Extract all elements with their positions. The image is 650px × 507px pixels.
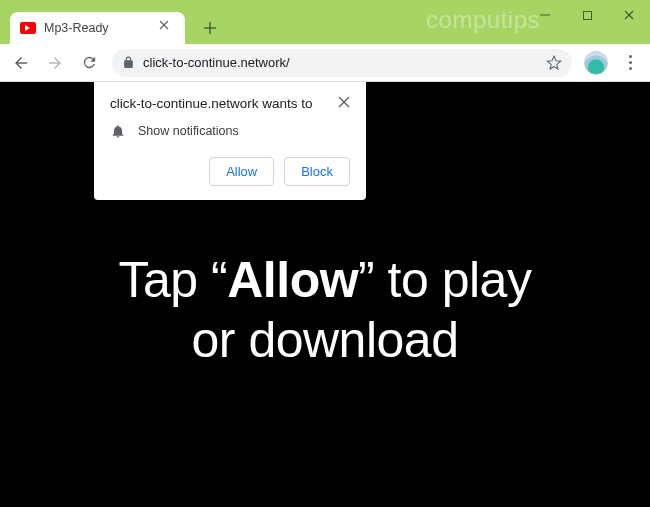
- profile-avatar[interactable]: [584, 51, 608, 75]
- maximize-button[interactable]: [566, 0, 608, 30]
- tab-title: Mp3-Ready: [44, 21, 109, 35]
- headline-emphasis: Allow: [227, 252, 358, 308]
- page-content: click-to-continue.network wants to Show …: [0, 82, 650, 507]
- window-controls: [524, 0, 650, 30]
- page-headline: Tap “Allow” to play or download: [119, 250, 532, 370]
- block-button[interactable]: Block: [284, 157, 350, 186]
- minimize-button[interactable]: [524, 0, 566, 30]
- browser-window: computips Mp3-Ready: [0, 0, 650, 507]
- bookmark-star-icon[interactable]: [546, 55, 562, 71]
- permission-prompt: click-to-continue.network wants to Show …: [94, 82, 366, 200]
- close-window-button[interactable]: [608, 0, 650, 30]
- address-bar[interactable]: click-to-continue.network/: [112, 49, 572, 77]
- tab-close-button[interactable]: [159, 20, 175, 36]
- permission-capability-text: Show notifications: [138, 124, 239, 138]
- allow-button[interactable]: Allow: [209, 157, 274, 186]
- tab-strip: Mp3-Ready: [10, 0, 223, 44]
- svg-rect-1: [583, 11, 591, 19]
- lock-icon: [122, 56, 135, 69]
- headline-line2: or download: [192, 312, 459, 368]
- permission-origin-text: click-to-continue.network wants to: [110, 96, 330, 111]
- forward-button[interactable]: [40, 48, 70, 78]
- headline-part: ” to play: [358, 252, 531, 308]
- bell-icon: [110, 123, 126, 139]
- watermark-text: computips: [426, 6, 540, 34]
- permission-close-button[interactable]: [338, 96, 350, 108]
- new-tab-button[interactable]: [197, 15, 223, 41]
- tab-active[interactable]: Mp3-Ready: [10, 12, 185, 44]
- reload-button[interactable]: [74, 48, 104, 78]
- youtube-icon: [20, 22, 36, 34]
- url-text: click-to-continue.network/: [143, 55, 538, 70]
- back-button[interactable]: [6, 48, 36, 78]
- titlebar: computips Mp3-Ready: [0, 0, 650, 44]
- toolbar: click-to-continue.network/: [0, 44, 650, 82]
- menu-button[interactable]: [616, 49, 644, 76]
- headline-part: Tap “: [119, 252, 228, 308]
